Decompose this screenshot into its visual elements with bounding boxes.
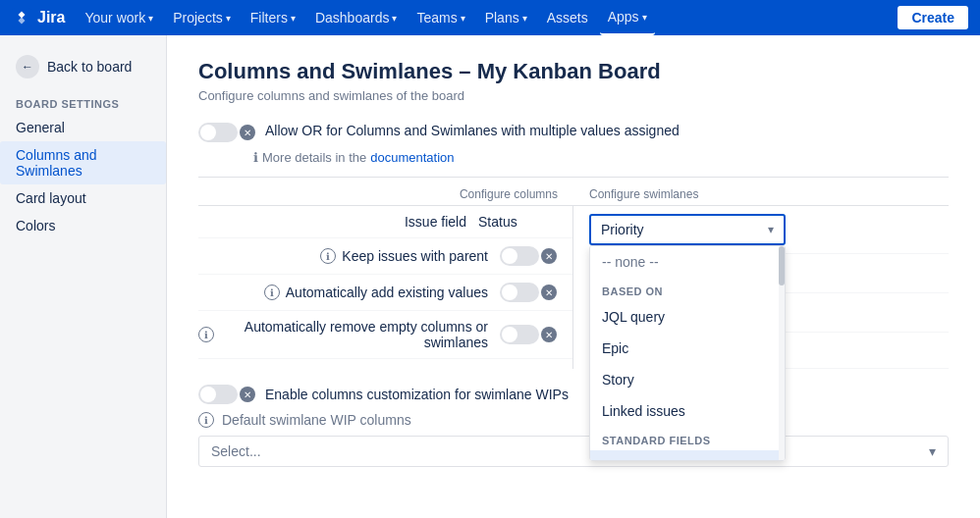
dropdown-option-linked-issues[interactable]: Linked issues	[590, 395, 785, 427]
chevron-down-icon: ▾	[291, 13, 296, 24]
auto-remove-label: Automatically remove empty columns or sw…	[220, 319, 488, 350]
auto-remove-toggle[interactable]	[500, 325, 539, 344]
toggle-clear-button[interactable]: ✕	[240, 125, 255, 140]
keep-issues-toggle-group: ✕	[500, 246, 557, 266]
nav-teams[interactable]: Teams ▾	[408, 0, 472, 35]
keep-issues-info-icon[interactable]: ℹ	[320, 248, 336, 264]
info-circle-icon: ℹ	[253, 150, 258, 165]
auto-remove-row: ℹ Automatically remove empty columns or …	[198, 311, 572, 359]
dropdown-section-based-on: BASED ON	[590, 278, 785, 301]
sidebar-section-label: BOARD SETTINGS	[0, 86, 166, 114]
configure-swimlanes-header: Configure swimlanes	[589, 187, 698, 201]
configure-columns-header: Configure columns	[460, 187, 558, 201]
info-link-row: ℹ More details in the documentation	[253, 150, 949, 165]
chevron-down-icon: ▾	[522, 13, 527, 24]
auto-remove-toggle-group: ✕	[500, 325, 557, 344]
swimlane-dropdown-container: Priority ▾ -- none -- BASED ON	[589, 214, 949, 245]
jira-logo-icon	[12, 8, 31, 27]
nav-plans[interactable]: Plans ▾	[477, 0, 535, 35]
sidebar-item-card-layout[interactable]: Card layout	[0, 184, 166, 212]
issue-field-label: Issue field	[405, 214, 466, 230]
configure-columns-panel: Issue field Status ℹ Keep issues with pa…	[198, 206, 573, 369]
dropdown-section-standard: STANDARD FIELDS	[590, 427, 785, 450]
auto-add-info-icon[interactable]: ℹ	[264, 285, 280, 300]
sidebar: ← Back to board BOARD SETTINGS General C…	[0, 35, 167, 518]
toggle-with-x: ✕	[198, 123, 255, 142]
jira-logo[interactable]: Jira	[12, 8, 65, 27]
scrollbar-thumb[interactable]	[779, 246, 785, 285]
auto-add-toggle-group: ✕	[500, 283, 557, 302]
keep-issues-clear[interactable]: ✕	[541, 248, 557, 264]
auto-add-toggle[interactable]	[500, 283, 539, 302]
select-wip-dropdown[interactable]: Select... ▾	[198, 436, 949, 467]
nav-filters[interactable]: Filters ▾	[243, 0, 303, 35]
select-wip-container: Select... ▾	[198, 436, 949, 467]
dropdown-option-epic[interactable]: Epic	[590, 333, 785, 364]
top-navigation: Jira Your work ▾ Projects ▾ Filters ▾ Da…	[0, 0, 980, 35]
enable-customization-toggle-group: ✕	[198, 385, 255, 404]
main-content: Columns and Swimlanes – My Kanban Board …	[167, 35, 980, 518]
issue-field-value: Status	[478, 214, 557, 230]
enable-customization-label: Enable columns customization for swimlan…	[265, 387, 569, 402]
enable-customization-toggle[interactable]	[198, 385, 238, 404]
bottom-section: ✕ Enable columns customization for swiml…	[198, 385, 949, 467]
select-placeholder: Select...	[211, 443, 261, 459]
configure-swimlanes-panel: Priority ▾ -- none -- BASED ON	[573, 206, 949, 369]
chevron-down-icon: ▾	[392, 13, 397, 24]
enable-customization-row: ✕ Enable columns customization for swiml…	[198, 385, 949, 404]
sidebar-item-colors[interactable]: Colors	[0, 212, 166, 239]
auto-add-row: ℹ Automatically add existing values ✕	[198, 275, 572, 311]
keep-issues-row: ℹ Keep issues with parent ✕	[198, 238, 572, 275]
swimlane-dropdown[interactable]: Priority ▾	[589, 214, 786, 245]
scrollbar-track	[779, 246, 785, 461]
create-button[interactable]: Create	[898, 6, 968, 29]
logo-text: Jira	[37, 9, 65, 26]
allow-or-toggle-row: ✕ Allow OR for Columns and Swimlanes wit…	[198, 123, 949, 142]
swimlane-dropdown-menu: -- none -- BASED ON JQL query Epic	[589, 245, 786, 461]
issue-field-row: Issue field Status	[198, 206, 572, 238]
documentation-link[interactable]: documentation	[370, 150, 454, 165]
select-arrow-icon: ▾	[929, 443, 936, 459]
auto-add-clear[interactable]: ✕	[541, 285, 557, 300]
allow-or-label: Allow OR for Columns and Swimlanes with …	[265, 123, 680, 138]
back-arrow-icon: ←	[16, 55, 39, 78]
nav-assets[interactable]: Assets	[539, 0, 596, 35]
back-to-board-link[interactable]: ← Back to board	[0, 47, 166, 86]
swimlane-dropdown-row: Priority ▾ -- none -- BASED ON	[589, 206, 949, 254]
nav-apps[interactable]: Apps ▾	[600, 0, 655, 35]
chevron-down-icon: ▾	[642, 12, 647, 23]
chevron-down-icon: ▾	[226, 13, 231, 24]
keep-issues-toggle[interactable]	[500, 246, 539, 266]
auto-add-label: Automatically add existing values	[286, 285, 488, 300]
auto-remove-clear[interactable]: ✕	[541, 327, 557, 342]
nav-dashboards[interactable]: Dashboards ▾	[307, 0, 406, 35]
auto-remove-info-icon[interactable]: ℹ	[198, 327, 214, 342]
dropdown-option-story[interactable]: Story	[590, 364, 785, 395]
dropdown-option-parent[interactable]: Parent	[590, 450, 785, 461]
allow-or-toggle[interactable]	[198, 123, 238, 142]
swimlane-selected-value: Priority	[601, 222, 644, 237]
default-wip-label: Default swimlane WIP columns	[222, 412, 411, 428]
keep-issues-label: Keep issues with parent	[342, 248, 488, 264]
chevron-down-icon: ▾	[461, 13, 465, 24]
dropdown-option-jql[interactable]: JQL query	[590, 301, 785, 333]
default-wip-info-icon[interactable]: ℹ	[198, 412, 214, 428]
nav-projects[interactable]: Projects ▾	[165, 0, 239, 35]
nav-your-work[interactable]: Your work ▾	[77, 0, 161, 35]
sidebar-item-columns-swimlanes[interactable]: Columns and Swimlanes	[0, 141, 166, 184]
enable-customization-clear[interactable]: ✕	[240, 387, 255, 402]
dropdown-arrow-icon: ▾	[768, 223, 774, 236]
page-subtitle: Configure columns and swimlanes of the b…	[198, 88, 949, 103]
sidebar-item-general[interactable]: General	[0, 114, 166, 141]
page-title: Columns and Swimlanes – My Kanban Board	[198, 59, 949, 84]
chevron-down-icon: ▾	[148, 13, 153, 24]
default-wip-row: ℹ Default swimlane WIP columns	[198, 412, 949, 428]
dropdown-option-none[interactable]: -- none --	[590, 246, 785, 278]
